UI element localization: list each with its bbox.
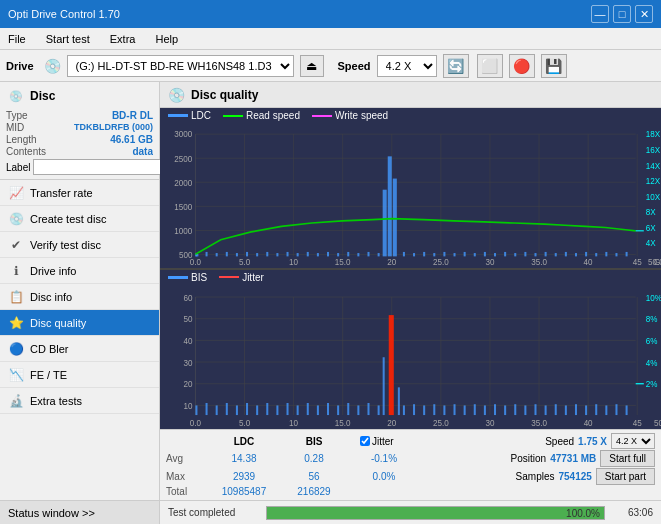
start-full-button[interactable]: Start full	[600, 450, 655, 467]
refresh-button[interactable]: 🔄	[443, 54, 469, 78]
svg-text:15.0: 15.0	[335, 417, 351, 428]
menu-file[interactable]: File	[4, 31, 30, 47]
svg-text:16X: 16X	[646, 145, 661, 155]
drive-icon: 💿	[44, 58, 61, 74]
svg-rect-80	[545, 252, 547, 256]
svg-rect-173	[389, 315, 394, 415]
disc-header-label: Disc	[30, 89, 55, 103]
sidebar-item-create-test-disc[interactable]: 💿 Create test disc	[0, 206, 159, 232]
disc-quality-title: Disc quality	[191, 88, 258, 102]
start-part-button[interactable]: Start part	[596, 468, 655, 485]
save-button[interactable]: 💾	[541, 54, 567, 78]
svg-rect-67	[413, 253, 415, 256]
svg-rect-66	[403, 252, 405, 256]
svg-rect-61	[367, 252, 369, 256]
drive-select[interactable]: (G:) HL-DT-ST BD-RE WH16NS48 1.D3	[67, 55, 294, 77]
label-input[interactable]	[33, 159, 166, 175]
svg-rect-76	[504, 252, 506, 256]
erase2-button[interactable]: 🔴	[509, 54, 535, 78]
nav-label-create-test-disc: Create test disc	[30, 213, 106, 225]
svg-text:4X: 4X	[646, 238, 656, 248]
svg-rect-158	[484, 405, 486, 415]
svg-rect-136	[266, 403, 268, 415]
legend-read-speed: Read speed	[223, 110, 300, 121]
svg-rect-64	[388, 156, 392, 256]
sidebar-item-drive-info[interactable]: ℹ Drive info	[0, 258, 159, 284]
stats-avg-row: Avg 14.38 0.28 -0.1% Position 47731 MB S…	[166, 450, 655, 467]
sidebar-item-transfer-rate[interactable]: 📈 Transfer rate	[0, 180, 159, 206]
disc-panel: 💿 Disc Type BD-R DL MID TDKBLDRFB (000) …	[0, 82, 159, 180]
svg-text:6X: 6X	[646, 222, 656, 232]
svg-rect-50	[256, 253, 258, 256]
avg-jitter: -0.1%	[344, 453, 424, 464]
menu-extra[interactable]: Extra	[106, 31, 140, 47]
svg-rect-78	[524, 252, 526, 256]
svg-rect-77	[514, 253, 516, 256]
jitter-checkbox[interactable]	[360, 436, 370, 446]
eject-button[interactable]: ⏏	[300, 55, 324, 77]
erase-button[interactable]: ⬜	[477, 54, 503, 78]
menu-help[interactable]: Help	[151, 31, 182, 47]
svg-rect-167	[575, 404, 577, 415]
svg-text:35.0: 35.0	[531, 417, 547, 428]
stats-headers-row: LDC BIS Jitter Speed 1.75 X 4.2 X	[166, 433, 655, 449]
svg-rect-164	[545, 405, 547, 415]
svg-text:25.0: 25.0	[433, 257, 449, 267]
svg-text:3000: 3000	[174, 129, 192, 139]
speed-dropdown-stats[interactable]: 4.2 X	[611, 433, 655, 449]
svg-text:50.0 GB: 50.0 GB	[654, 417, 661, 428]
maximize-button[interactable]: □	[613, 5, 631, 23]
svg-text:1500: 1500	[174, 201, 192, 211]
nav-label-extra-tests: Extra tests	[30, 395, 82, 407]
svg-rect-82	[565, 252, 567, 256]
length-label: Length	[6, 134, 37, 145]
samples-section: Samples 754125 Start part	[516, 468, 655, 485]
svg-text:5.0: 5.0	[239, 417, 250, 428]
svg-rect-131	[216, 405, 218, 415]
length-value: 46.61 GB	[110, 134, 153, 145]
mid-value: TDKBLDRFB (000)	[74, 122, 153, 133]
svg-rect-141	[317, 405, 319, 415]
menu-bar: File Start test Extra Help	[0, 28, 661, 50]
svg-text:2000: 2000	[174, 177, 192, 187]
legend-ldc: LDC	[168, 110, 211, 121]
svg-rect-73	[474, 253, 476, 256]
sidebar-item-cd-bler[interactable]: 🔵 CD Bler	[0, 336, 159, 362]
svg-rect-84	[585, 252, 587, 256]
svg-rect-155	[454, 404, 456, 415]
legend-read-speed-text: Read speed	[246, 110, 300, 121]
svg-text:15.0: 15.0	[335, 257, 351, 267]
sidebar-item-fe-te[interactable]: 📉 FE / TE	[0, 362, 159, 388]
sidebar-item-verify-test-disc[interactable]: ✔ Verify test disc	[0, 232, 159, 258]
svg-text:45: 45	[633, 257, 642, 267]
sidebar-item-extra-tests[interactable]: 🔬 Extra tests	[0, 388, 159, 414]
sidebar-item-disc-info[interactable]: 📋 Disc info	[0, 284, 159, 310]
sidebar-item-disc-quality[interactable]: ⭐ Disc quality	[0, 310, 159, 336]
svg-rect-153	[433, 404, 435, 415]
type-value: BD-R DL	[112, 110, 153, 121]
status-window-button[interactable]: Status window >>	[0, 500, 159, 524]
drive-label: Drive	[6, 60, 34, 72]
mid-label: MID	[6, 122, 24, 133]
svg-text:0.0: 0.0	[190, 417, 201, 428]
svg-text:10: 10	[289, 417, 298, 428]
drive-bar: Drive 💿 (G:) HL-DT-ST BD-RE WH16NS48 1.D…	[0, 50, 661, 82]
svg-text:50: 50	[183, 313, 192, 324]
label-label: Label	[6, 162, 30, 173]
close-button[interactable]: ✕	[635, 5, 653, 23]
svg-rect-142	[327, 403, 329, 415]
svg-rect-72	[464, 252, 466, 256]
nav-label-drive-info: Drive info	[30, 265, 76, 277]
speed-select[interactable]: 4.2 X	[377, 55, 437, 77]
svg-rect-160	[504, 405, 506, 415]
progress-bar-fill	[267, 507, 604, 519]
menu-start-test[interactable]: Start test	[42, 31, 94, 47]
nav-label-disc-info: Disc info	[30, 291, 72, 303]
elapsed-time: 63:06	[613, 507, 653, 518]
svg-text:18X: 18X	[646, 129, 661, 139]
minimize-button[interactable]: —	[591, 5, 609, 23]
svg-rect-68	[423, 252, 425, 256]
window-controls: — □ ✕	[591, 5, 653, 23]
svg-rect-161	[514, 404, 516, 415]
svg-rect-79	[534, 253, 536, 256]
